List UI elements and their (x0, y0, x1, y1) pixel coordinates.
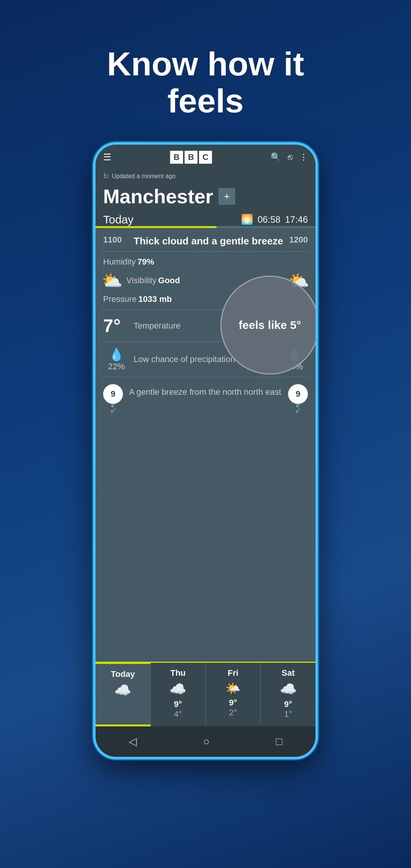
forecast-temps-sat: 9° 1° (284, 699, 292, 719)
update-bar: ↻ Updated a moment ago (96, 170, 315, 183)
recents-button[interactable]: □ (276, 736, 282, 748)
sunrise-time: 06:58 (258, 214, 280, 225)
forecast-bar: Today ☁️ Thu ☁️ 9° 4° Fri 🌤️ 9° 2° Sat ☁… (96, 662, 315, 724)
location-name: Manchester (103, 185, 213, 208)
forecast-icon-today: ☁️ (114, 682, 131, 698)
precip-left: 💧 22% (103, 347, 130, 372)
temperature-value: 7° (103, 315, 134, 336)
forecast-sat[interactable]: Sat ☁️ 9° 1° (261, 663, 315, 724)
cloud-left-icon: ⛅ (102, 271, 123, 290)
forecast-low-fri: 2° (229, 708, 237, 718)
time-start: 1100 (103, 235, 134, 245)
bbc-logo: B B C (170, 151, 212, 164)
bbc-b1: B (170, 151, 183, 164)
menu-icon[interactable]: ☰ (103, 152, 112, 163)
divider-1 (103, 251, 308, 252)
divider-4 (103, 377, 308, 377)
forecast-thu[interactable]: Thu ☁️ 9° 4° (151, 663, 206, 724)
nav-bar: ◁ ○ □ (96, 726, 315, 757)
wind-badge-right-container: 9 ↙ (288, 384, 308, 415)
back-button[interactable]: ◁ (129, 735, 137, 748)
humidity-label: Humidity (103, 257, 136, 267)
today-label: Today (103, 213, 134, 226)
bbc-c: C (199, 151, 212, 164)
sunset-time: 17:46 (285, 214, 308, 225)
sun-times: 🌅 06:58 17:46 (241, 214, 308, 225)
top-bar-icons: 🔍 ⎋ ⋮ (271, 152, 308, 162)
wind-badge-right: 9 (288, 384, 308, 404)
update-text: Updated a moment ago (112, 173, 175, 180)
forecast-day-label-thu: Thu (170, 668, 185, 678)
visibility-value: Good (158, 276, 180, 286)
forecast-icon-sat: ☁️ (280, 681, 297, 697)
forecast-high-fri: 9° (229, 698, 237, 708)
bbc-b2: B (185, 151, 198, 164)
forecast-high-sat: 9° (284, 699, 292, 709)
precip-pct-left: 22% (108, 362, 125, 372)
forecast-low-thu: 4° (174, 709, 182, 719)
location-bar: Manchester + (96, 183, 315, 211)
top-bar: ☰ B B C 🔍 ⎋ ⋮ (96, 145, 315, 170)
forecast-icon-fri: 🌤️ (225, 681, 241, 696)
wind-badge-left: 9 (103, 384, 123, 404)
time-end: 1200 (289, 235, 308, 245)
hero-line1: Know how it (107, 45, 304, 83)
forecast-fri[interactable]: Fri 🌤️ 9° 2° (206, 663, 261, 724)
share-icon[interactable]: ⎋ (288, 152, 293, 162)
precip-icon-left: 💧 (109, 347, 124, 362)
forecast-icon-thu: ☁️ (169, 681, 186, 697)
weather-time-row: 1100 Thick cloud and a gentle breeze 120… (96, 228, 315, 248)
feels-like-bubble: feels like 5° (220, 276, 315, 375)
weather-description: Thick cloud and a gentle breeze (134, 235, 289, 248)
phone-mockup: ☰ B B C 🔍 ⎋ ⋮ ↻ Updated a moment ago Man… (93, 142, 318, 759)
pressure-label: Pressure (103, 294, 137, 304)
hero-title: Know how it feels (76, 46, 335, 120)
forecast-day-label-sat: Sat (282, 668, 295, 678)
humidity-row: Humidity 79% (96, 255, 315, 268)
wind-row: 9 ↙ A gentle breeze from the north north… (96, 381, 315, 418)
refresh-icon: ↻ (103, 172, 109, 180)
today-row: Today 🌅 06:58 17:46 (96, 211, 315, 226)
home-button[interactable]: ○ (203, 736, 210, 748)
search-icon[interactable]: 🔍 (271, 152, 281, 162)
pressure-value: 1033 mb (139, 294, 172, 304)
forecast-low-sat: 1° (284, 709, 292, 719)
wind-description: A gentle breeze from the north north eas… (123, 384, 288, 400)
weather-content: 1100 Thick cloud and a gentle breeze 120… (96, 228, 315, 662)
more-icon[interactable]: ⋮ (299, 152, 308, 162)
feels-like-text: feels like 5° (239, 319, 301, 332)
forecast-day-label-today: Today (111, 669, 135, 679)
sunrise-icon: 🌅 (241, 214, 253, 225)
humidity-value: 79% (137, 257, 154, 267)
forecast-day-label-fri: Fri (228, 668, 238, 678)
add-location-button[interactable]: + (218, 188, 235, 205)
visibility-label: Visibility (126, 276, 156, 286)
wind-badge-left-container: 9 ↙ (103, 384, 123, 415)
forecast-temps-fri: 9° 2° (229, 698, 237, 718)
forecast-today[interactable]: Today ☁️ (96, 663, 151, 724)
forecast-high-thu: 9° (174, 699, 182, 709)
forecast-temps-thu: 9° 4° (174, 699, 182, 719)
temperature-row: 7° Temperature feels like 5° (96, 314, 315, 338)
hero-line2: feels (167, 82, 244, 120)
